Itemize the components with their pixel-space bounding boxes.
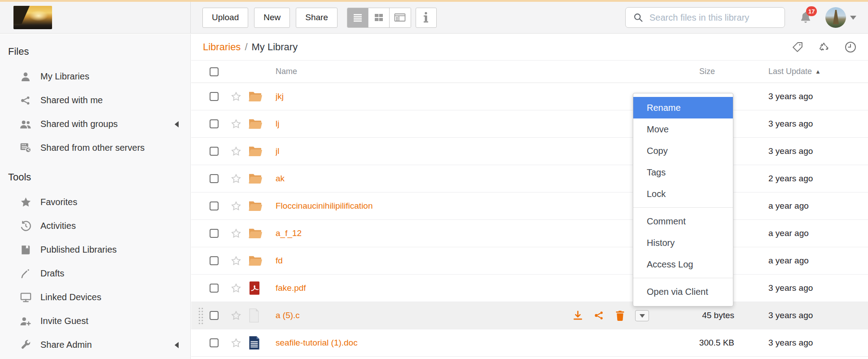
upload-button[interactable]: Upload: [202, 8, 248, 28]
row-checkbox[interactable]: [210, 229, 219, 238]
drag-handle[interactable]: [198, 307, 204, 325]
favorite-star-icon[interactable]: [230, 118, 242, 130]
file-name-link[interactable]: jl: [276, 146, 279, 156]
file-name-link[interactable]: a (5).c: [276, 311, 300, 320]
menu-item-move[interactable]: Move: [633, 118, 733, 140]
favorite-star-icon[interactable]: [230, 337, 242, 349]
share-icon[interactable]: [593, 310, 605, 321]
file-name-link[interactable]: seafile-tutorial (1).doc: [276, 338, 358, 347]
column-header-last-update[interactable]: Last Update ▲: [768, 67, 868, 76]
table-row[interactable]: seafile-tutorial (1).doc300.5 KB3 years …: [191, 329, 868, 357]
info-button[interactable]: [416, 8, 437, 28]
file-name-link[interactable]: ak: [276, 174, 285, 183]
table-row[interactable]: lj3 years ago: [191, 110, 868, 138]
table-row[interactable]: fake.pdf3 years ago: [191, 275, 868, 302]
delete-icon[interactable]: [614, 310, 626, 322]
menu-item-access-log[interactable]: Access Log: [633, 254, 733, 275]
favorite-star-icon[interactable]: [230, 91, 242, 102]
menu-item-open-via-client[interactable]: Open via Client: [633, 281, 733, 302]
grid-view-button[interactable]: [368, 8, 390, 27]
header-toolbar: Upload New Share: [191, 2, 868, 33]
sidebar-item-shared-with-groups[interactable]: Shared with groups: [0, 112, 190, 136]
list-view-button[interactable]: [347, 8, 368, 27]
favorite-star-icon[interactable]: [230, 255, 242, 267]
menu-item-comment[interactable]: Comment: [633, 210, 733, 232]
file-name-link[interactable]: fake.pdf: [276, 283, 306, 293]
table-row[interactable]: a_f_12a year ago: [191, 220, 868, 247]
new-button[interactable]: New: [254, 8, 290, 28]
pdf-file-icon: [248, 281, 263, 295]
column-header-size[interactable]: Size: [653, 67, 734, 76]
favorite-star-icon[interactable]: [230, 228, 242, 239]
table-row[interactable]: jl3 years ago: [191, 138, 868, 165]
table-row[interactable]: fda year ago: [191, 247, 868, 275]
row-checkbox[interactable]: [210, 174, 219, 183]
sidebar-item-label: Drafts: [40, 268, 64, 279]
collapse-chevron-icon[interactable]: [171, 342, 179, 348]
notifications-button[interactable]: 17: [798, 10, 813, 25]
tags-icon[interactable]: [791, 41, 804, 53]
sidebar-item-label: Published Libraries: [40, 245, 117, 255]
file-name-link[interactable]: lj: [276, 119, 279, 128]
last-update: a year ago: [768, 228, 868, 238]
sidebar-item-published-libraries[interactable]: Published Libraries: [0, 238, 190, 262]
sidebar-item-my-libraries[interactable]: My Libraries: [0, 65, 190, 88]
favorite-star-icon[interactable]: [230, 173, 242, 184]
history-icon[interactable]: [844, 40, 857, 54]
more-actions-button[interactable]: [635, 310, 649, 321]
row-checkbox[interactable]: [210, 311, 219, 320]
breadcrumb-libraries-link[interactable]: Libraries: [203, 41, 241, 53]
sidebar-item-linked-devices[interactable]: Linked Devices: [0, 285, 190, 309]
search-input[interactable]: [649, 13, 777, 23]
menu-item-rename[interactable]: Rename: [633, 97, 733, 118]
column-header-name[interactable]: Name: [276, 67, 653, 76]
sidebar-item-share-admin[interactable]: Share Admin: [0, 333, 190, 357]
page-title: My Library: [252, 41, 298, 53]
row-checkbox[interactable]: [210, 284, 219, 293]
file-name-link[interactable]: jkj: [276, 92, 284, 101]
sidebar-item-favorites[interactable]: Favorites: [0, 190, 190, 214]
row-checkbox[interactable]: [210, 201, 219, 210]
select-all-checkbox[interactable]: [210, 67, 219, 76]
table-row[interactable]: Floccinaucinihilipilificationa year ago: [191, 193, 868, 220]
file-name-link[interactable]: Floccinaucinihilipilification: [276, 201, 373, 210]
row-checkbox[interactable]: [210, 256, 219, 265]
sidebar-item-invite-guest[interactable]: Invite Guest: [0, 309, 190, 333]
site-logo[interactable]: [13, 6, 52, 29]
file-name-link[interactable]: a_f_12: [276, 228, 302, 238]
user-avatar[interactable]: [825, 7, 846, 28]
sidebar-item-shared-from-other-servers[interactable]: Shared from other servers: [0, 136, 190, 160]
sidebar-item-label: Favorites: [40, 197, 77, 207]
account-menu-caret-icon[interactable]: [850, 16, 856, 23]
table-row[interactable]: a (5).c45 bytes3 years ago: [191, 302, 868, 329]
sidebar-item-activities[interactable]: Activities: [0, 214, 190, 238]
row-checkbox[interactable]: [210, 147, 219, 156]
row-checkbox[interactable]: [210, 119, 219, 128]
row-checkbox[interactable]: [210, 92, 219, 101]
sidebar-item-drafts[interactable]: Drafts: [0, 262, 190, 285]
server-share-icon: [19, 142, 32, 154]
share-button[interactable]: Share: [296, 8, 338, 28]
table-row[interactable]: jkj3 years ago: [191, 83, 868, 110]
menu-item-history[interactable]: History: [633, 232, 733, 254]
generic-file-icon: [248, 308, 263, 323]
detail-view-button[interactable]: [390, 8, 411, 27]
header-logo-area: [0, 2, 191, 33]
last-update: 3 years ago: [768, 92, 868, 101]
sidebar-item-shared-with-me[interactable]: Shared with me: [0, 88, 190, 112]
menu-item-tags[interactable]: Tags: [633, 162, 733, 183]
menu-item-copy[interactable]: Copy: [633, 140, 733, 162]
favorite-star-icon[interactable]: [230, 310, 242, 321]
download-icon[interactable]: [572, 310, 584, 322]
file-name-link[interactable]: fd: [276, 256, 283, 265]
table-row[interactable]: ak2 years ago: [191, 165, 868, 193]
favorite-star-icon[interactable]: [230, 200, 242, 212]
sidebar-heading-tools: Tools: [8, 171, 190, 183]
collapse-chevron-icon[interactable]: [171, 121, 179, 127]
recycle-bin-icon[interactable]: [817, 41, 830, 54]
favorite-star-icon[interactable]: [230, 145, 242, 157]
menu-item-lock[interactable]: Lock: [633, 183, 733, 205]
row-checkbox[interactable]: [210, 338, 219, 347]
favorite-star-icon[interactable]: [230, 282, 242, 294]
grid-view-icon: [373, 12, 384, 23]
